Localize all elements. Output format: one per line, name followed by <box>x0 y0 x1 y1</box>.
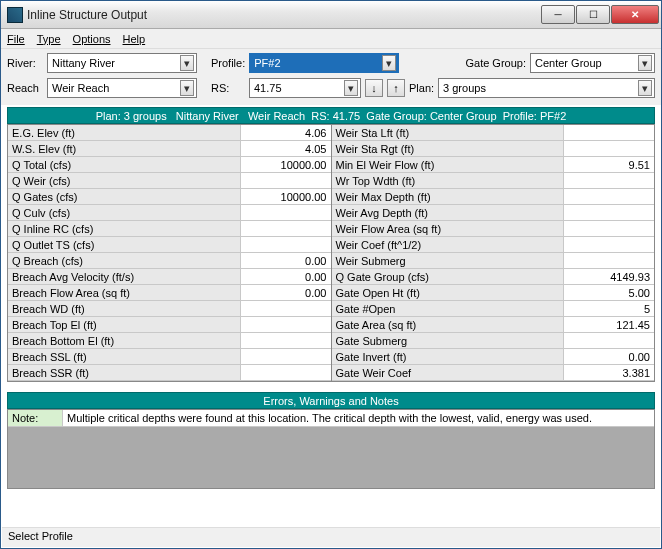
reach-label: Reach <box>7 82 43 94</box>
error-row: Note:Multiple critical depths were found… <box>8 410 654 427</box>
table-row[interactable]: Q Breach (cfs)0.00 <box>8 253 331 269</box>
table-row[interactable]: Q Outlet TS (cfs) <box>8 237 331 253</box>
right-val <box>564 205 654 221</box>
left-key: Q Outlet TS (cfs) <box>8 237 241 253</box>
table-row[interactable]: Weir Sta Rgt (ft) <box>332 141 655 157</box>
table-row[interactable]: Weir Sta Lft (ft) <box>332 125 655 141</box>
table-row[interactable]: Breach Flow Area (sq ft)0.00 <box>8 285 331 301</box>
gategroup-combo[interactable]: Center Group▾ <box>530 53 655 73</box>
chevron-down-icon: ▾ <box>180 80 194 96</box>
titlebar[interactable]: Inline Structure Output ─ ☐ ✕ <box>1 1 661 29</box>
right-val: 5 <box>564 301 654 317</box>
table-row[interactable]: Q Gates (cfs)10000.00 <box>8 189 331 205</box>
reach-combo[interactable]: Weir Reach▾ <box>47 78 197 98</box>
profile-combo[interactable]: PF#2▾ <box>249 53 399 73</box>
maximize-button[interactable]: ☐ <box>576 5 610 24</box>
errors-header: Errors, Warnings and Notes <box>7 392 655 409</box>
right-val <box>564 173 654 189</box>
table-row[interactable]: Breach SSR (ft) <box>8 365 331 381</box>
right-key: Weir Max Depth (ft) <box>332 189 565 205</box>
table-row[interactable]: Min El Weir Flow (ft)9.51 <box>332 157 655 173</box>
left-key: Breach SSR (ft) <box>8 365 241 381</box>
table-row[interactable]: Weir Submerg <box>332 253 655 269</box>
right-val <box>564 221 654 237</box>
menu-type[interactable]: Type <box>37 33 61 45</box>
table-row[interactable]: Wr Top Wdth (ft) <box>332 173 655 189</box>
table-row[interactable]: Weir Coef (ft^1/2) <box>332 237 655 253</box>
table-row[interactable]: E.G. Elev (ft)4.06 <box>8 125 331 141</box>
right-key: Weir Flow Area (sq ft) <box>332 221 565 237</box>
plan-combo[interactable]: 3 groups▾ <box>438 78 655 98</box>
rs-down-button[interactable]: ↓ <box>365 79 383 97</box>
table-row[interactable]: Gate Area (sq ft)121.45 <box>332 317 655 333</box>
left-val <box>241 317 331 333</box>
table-row[interactable]: Q Total (cfs)10000.00 <box>8 157 331 173</box>
left-key: Q Total (cfs) <box>8 157 241 173</box>
left-val: 0.00 <box>241 253 331 269</box>
table-row[interactable]: Q Culv (cfs) <box>8 205 331 221</box>
table-row[interactable]: W.S. Elev (ft)4.05 <box>8 141 331 157</box>
close-button[interactable]: ✕ <box>611 5 659 24</box>
profile-value: PF#2 <box>254 57 382 69</box>
menu-help[interactable]: Help <box>123 33 146 45</box>
table-row[interactable]: Q Weir (cfs) <box>8 173 331 189</box>
left-val <box>241 237 331 253</box>
window-title: Inline Structure Output <box>27 8 540 22</box>
table-row[interactable]: Gate #Open5 <box>332 301 655 317</box>
table-row[interactable]: Breach WD (ft) <box>8 301 331 317</box>
chevron-down-icon: ▾ <box>344 80 358 96</box>
table-row[interactable]: Gate Weir Coef3.381 <box>332 365 655 381</box>
rs-label: RS: <box>211 82 245 94</box>
table-row[interactable]: Gate Open Ht (ft)5.00 <box>332 285 655 301</box>
table-row[interactable]: Breach Top El (ft) <box>8 317 331 333</box>
right-key: Gate #Open <box>332 301 565 317</box>
chevron-down-icon: ▾ <box>638 80 652 96</box>
river-label: River: <box>7 57 43 69</box>
chevron-down-icon: ▾ <box>382 55 396 71</box>
table-row[interactable]: Breach Avg Velocity (ft/s)0.00 <box>8 269 331 285</box>
minimize-button[interactable]: ─ <box>541 5 575 24</box>
table-row[interactable]: Breach SSL (ft) <box>8 349 331 365</box>
menu-file[interactable]: File <box>7 33 25 45</box>
left-key: Breach Avg Velocity (ft/s) <box>8 269 241 285</box>
right-val <box>564 141 654 157</box>
rs-value: 41.75 <box>254 82 344 94</box>
left-val <box>241 205 331 221</box>
rs-combo[interactable]: 41.75▾ <box>249 78 361 98</box>
left-key: Breach Flow Area (sq ft) <box>8 285 241 301</box>
left-val: 10000.00 <box>241 189 331 205</box>
right-val: 9.51 <box>564 157 654 173</box>
error-text: Multiple critical depths were found at t… <box>63 410 654 427</box>
table-row[interactable]: Q Gate Group (cfs)4149.93 <box>332 269 655 285</box>
profile-label: Profile: <box>211 57 245 69</box>
plan-value: 3 groups <box>443 82 638 94</box>
right-val: 0.00 <box>564 349 654 365</box>
table-row[interactable]: Q Inline RC (cfs) <box>8 221 331 237</box>
table-row[interactable]: Gate Submerg <box>332 333 655 349</box>
rs-up-button[interactable]: ↑ <box>387 79 405 97</box>
table-row[interactable]: Weir Max Depth (ft) <box>332 189 655 205</box>
left-key: W.S. Elev (ft) <box>8 141 241 157</box>
left-key: Breach Top El (ft) <box>8 317 241 333</box>
left-val: 4.05 <box>241 141 331 157</box>
right-val: 5.00 <box>564 285 654 301</box>
table-row[interactable]: Gate Invert (ft)0.00 <box>332 349 655 365</box>
river-value: Nittany River <box>52 57 180 69</box>
right-key: Weir Coef (ft^1/2) <box>332 237 565 253</box>
left-key: Breach SSL (ft) <box>8 349 241 365</box>
errors-panel[interactable]: Note:Multiple critical depths were found… <box>7 409 655 489</box>
left-val: 4.06 <box>241 125 331 141</box>
table-row[interactable]: Breach Bottom El (ft) <box>8 333 331 349</box>
right-key: Min El Weir Flow (ft) <box>332 157 565 173</box>
right-key: Weir Sta Lft (ft) <box>332 125 565 141</box>
left-val: 0.00 <box>241 285 331 301</box>
right-key: Gate Weir Coef <box>332 365 565 381</box>
left-val <box>241 301 331 317</box>
left-val <box>241 365 331 381</box>
menu-options[interactable]: Options <box>73 33 111 45</box>
right-key: Weir Sta Rgt (ft) <box>332 141 565 157</box>
table-row[interactable]: Weir Flow Area (sq ft) <box>332 221 655 237</box>
river-combo[interactable]: Nittany River▾ <box>47 53 197 73</box>
left-val: 0.00 <box>241 269 331 285</box>
table-row[interactable]: Weir Avg Depth (ft) <box>332 205 655 221</box>
